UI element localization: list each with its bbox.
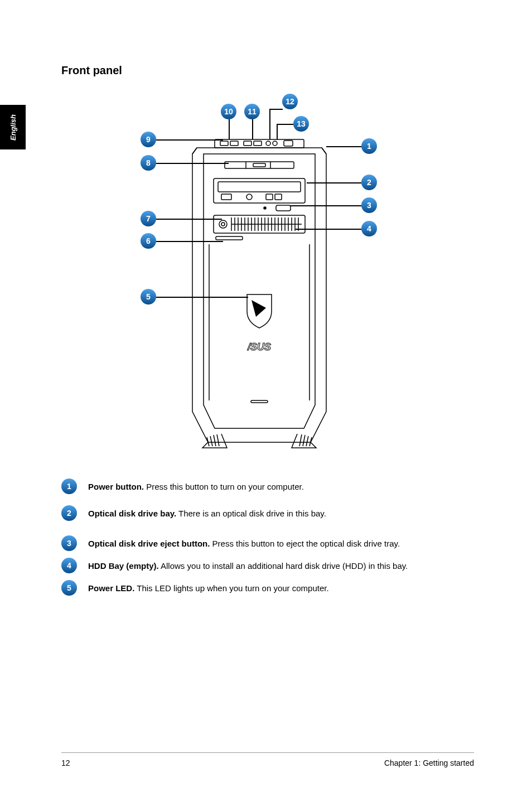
leader-8 <box>156 163 229 164</box>
callout-2: 2 <box>361 175 377 190</box>
svg-line-1 <box>322 148 326 154</box>
callout-11: 11 <box>244 104 260 119</box>
svg-line-53 <box>217 434 219 446</box>
leader-5 <box>156 297 248 298</box>
callout-8: 8 <box>141 155 156 171</box>
leader-7 <box>156 219 222 220</box>
leader-6 <box>156 241 223 242</box>
item-4: 4 HDD Bay (empty). Allows you to install… <box>61 558 474 573</box>
item-1: 1 Power button. Press this button to tur… <box>61 479 474 494</box>
svg-text:/SUS: /SUS <box>247 341 271 352</box>
leader-13a <box>277 124 293 125</box>
callout-12: 12 <box>282 94 298 109</box>
item-5: 5 Power LED. This LED lights up when you… <box>61 580 474 596</box>
svg-rect-18 <box>266 194 273 200</box>
svg-line-0 <box>192 148 197 154</box>
item-2-num: 2 <box>61 505 77 521</box>
svg-point-24 <box>221 223 225 226</box>
leader-12a <box>269 109 283 110</box>
svg-line-57 <box>299 434 302 446</box>
callout-5: 5 <box>141 289 156 305</box>
item-3-text: Optical disk drive eject button. Press t… <box>88 535 400 549</box>
callout-9: 9 <box>141 132 156 147</box>
svg-rect-21 <box>276 205 291 211</box>
item-5-num: 5 <box>61 580 77 596</box>
svg-rect-10 <box>225 162 294 168</box>
svg-point-17 <box>246 194 252 200</box>
page-number: 12 <box>61 758 70 767</box>
callout-10: 10 <box>221 104 236 119</box>
svg-rect-6 <box>254 141 262 146</box>
item-2: 2 Optical disk drive bay. There is an op… <box>61 505 474 521</box>
svg-rect-15 <box>218 182 301 192</box>
leader-2 <box>307 182 361 183</box>
front-panel-diagram: /SUS 1 2 3 4 5 <box>84 94 429 462</box>
tower-illustration: /SUS <box>181 138 337 451</box>
svg-rect-13 <box>253 163 265 167</box>
callout-1: 1 <box>361 138 377 154</box>
leader-9 <box>156 139 223 141</box>
svg-rect-4 <box>230 141 238 146</box>
svg-rect-16 <box>221 194 231 200</box>
svg-point-7 <box>266 141 270 146</box>
callout-descriptions: 1 Power button. Press this button to tur… <box>61 479 474 596</box>
leader-12b <box>269 109 270 139</box>
svg-point-20 <box>264 207 266 209</box>
page-footer: 12 Chapter 1: Getting started <box>61 752 474 767</box>
leader-13b <box>277 124 278 139</box>
item-4-num: 4 <box>61 558 77 573</box>
language-tab: English <box>0 105 26 149</box>
svg-line-54 <box>309 437 312 446</box>
svg-line-52 <box>214 435 216 446</box>
item-3-num: 3 <box>61 535 77 551</box>
item-3: 3 Optical disk drive eject button. Press… <box>61 535 474 551</box>
item-1-num: 1 <box>61 479 77 494</box>
callout-13: 13 <box>293 116 309 132</box>
callout-3: 3 <box>361 197 377 213</box>
svg-point-8 <box>273 141 277 146</box>
callout-6: 6 <box>141 233 156 249</box>
svg-rect-9 <box>284 141 293 146</box>
svg-rect-19 <box>275 194 282 200</box>
callout-4: 4 <box>361 221 377 236</box>
svg-rect-49 <box>251 400 268 403</box>
svg-rect-5 <box>244 141 252 146</box>
leader-1 <box>326 146 361 147</box>
svg-line-50 <box>207 437 209 446</box>
leader-3 <box>290 205 361 206</box>
item-4-text: HDD Bay (empty). Allows you to install a… <box>88 558 408 572</box>
language-text: English <box>9 114 17 141</box>
leader-4 <box>296 229 361 230</box>
item-1-text: Power button. Press this button to turn … <box>88 479 304 492</box>
svg-rect-47 <box>216 236 243 240</box>
svg-point-23 <box>219 220 227 228</box>
svg-line-51 <box>210 436 212 446</box>
leader-10 <box>229 119 230 139</box>
callout-7: 7 <box>141 211 156 226</box>
item-2-text: Optical disk drive bay. There is an opti… <box>88 505 326 519</box>
svg-line-55 <box>306 436 308 446</box>
leader-11 <box>252 119 253 139</box>
svg-rect-3 <box>220 141 228 146</box>
chapter-label: Chapter 1: Getting started <box>384 758 474 767</box>
item-5-text: Power LED. This LED lights up when you t… <box>88 580 329 594</box>
section-title: Front panel <box>61 64 474 77</box>
svg-line-56 <box>303 435 305 446</box>
page-content: Front panel <box>61 64 474 607</box>
